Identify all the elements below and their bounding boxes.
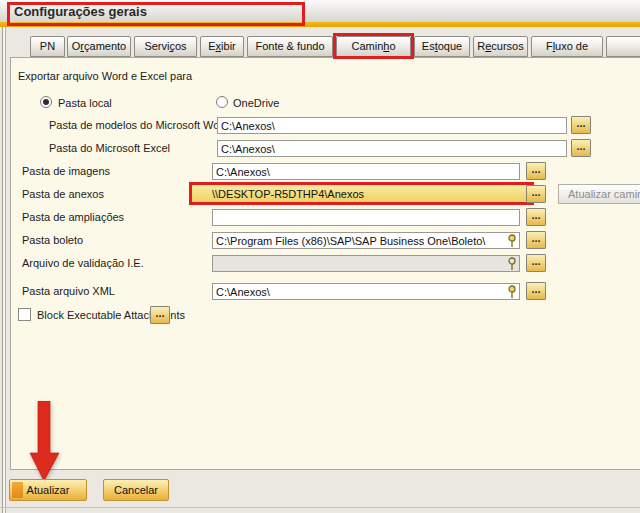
tab-label-post: ibir <box>221 40 236 52</box>
tab-servicos[interactable]: Serviços <box>134 36 197 57</box>
window-bottom-edge <box>0 507 640 508</box>
tab-exibir[interactable]: Exibir <box>200 36 244 57</box>
pasta-excel-browse-button[interactable]: ... <box>571 139 591 157</box>
window-left-edge-inner <box>5 27 6 513</box>
pasta-excel-label: Pasta do Microsoft Excel <box>49 142 170 155</box>
radio-onedrive[interactable] <box>216 96 228 108</box>
pasta-xml-label: Pasta arquivo XML <box>22 285 115 298</box>
link-icon[interactable] <box>507 285 517 299</box>
pasta-anexos-input[interactable] <box>212 188 512 200</box>
arquivo-validacao-browse-button[interactable]: ... <box>526 254 546 272</box>
arquivo-validacao-label: Arquivo de validação I.E. <box>22 257 144 270</box>
pasta-xml-browse-button[interactable]: ... <box>526 282 546 300</box>
pasta-xml-input[interactable] <box>212 283 520 300</box>
tab-label-post: os <box>175 40 187 52</box>
pasta-boleto-label: Pasta boleto <box>22 234 83 247</box>
tab-label-pre: Servi <box>144 40 169 52</box>
tab-label-post: oque <box>438 40 462 52</box>
link-icon[interactable] <box>507 257 517 271</box>
tab-partial[interactable] <box>606 36 640 57</box>
tab-label-pre: Fonte & fundo <box>255 40 324 52</box>
tab-recursos[interactable]: Recursos <box>473 36 528 57</box>
window-left-edge-outer <box>2 27 3 513</box>
tab-label-post: çamento <box>84 40 126 52</box>
annotation-arrow <box>27 401 63 483</box>
radio-pasta-local-label: Pasta local <box>58 97 112 110</box>
block-executable-attachments-browse-button[interactable]: ... <box>150 306 170 324</box>
pasta-excel-input[interactable] <box>217 140 567 157</box>
link-icon[interactable] <box>507 234 517 248</box>
atualizar-button[interactable]: Atualizar <box>9 479 87 501</box>
pasta-ampliacoes-label: Pasta de ampliações <box>22 211 124 224</box>
pasta-anexos-browse-button[interactable]: ... <box>526 185 546 203</box>
pasta-ampliacoes-browse-button[interactable]: ... <box>526 208 546 226</box>
tab-fluxo-de-caixa[interactable]: Fluxo de caixa <box>531 36 603 57</box>
tab-estoque[interactable]: Estoque <box>414 36 470 57</box>
pasta-boleto-input[interactable] <box>212 232 520 249</box>
pasta-modelos-word-input[interactable] <box>217 117 567 134</box>
annotation-box-anexos-field <box>189 182 534 205</box>
pasta-imagens-label: Pasta de imagens <box>22 165 110 178</box>
cancelar-button-label: Cancelar <box>114 484 158 496</box>
pasta-anexos-label: Pasta de anexos <box>22 188 104 201</box>
annotation-box-title <box>7 2 305 26</box>
tab-label-pre: F <box>546 40 553 52</box>
tab-orcamento[interactable]: Orçamento <box>67 36 131 57</box>
tab-label-pre: PN <box>40 40 55 52</box>
tab-label-pre: E <box>208 40 215 52</box>
pasta-ampliacoes-input[interactable] <box>212 209 520 226</box>
tab-label-post: cursos <box>491 40 523 52</box>
pasta-boleto-browse-button[interactable]: ... <box>526 231 546 249</box>
arquivo-validacao-input[interactable] <box>212 255 520 272</box>
pasta-modelos-word-label: Pasta de modelos do Microsoft Word <box>49 119 229 132</box>
atualizar-caminho-button[interactable]: Atualizar camin <box>558 184 640 204</box>
atualizar-button-label: Atualizar <box>27 484 70 496</box>
tab-fonte-fundo[interactable]: Fonte & fundo <box>247 36 333 57</box>
pasta-imagens-browse-button[interactable]: ... <box>526 162 546 180</box>
general-settings-window: Configurações gerais PNOrçamentoServiços… <box>0 0 640 513</box>
annotation-box-caminho-tab <box>333 33 414 59</box>
default-button-accent <box>12 482 23 498</box>
pasta-modelos-word-browse-button[interactable]: ... <box>571 116 591 134</box>
pasta-imagens-input[interactable] <box>212 163 520 180</box>
cancelar-button[interactable]: Cancelar <box>103 479 169 501</box>
tab-label-pre: R <box>477 40 485 52</box>
radio-onedrive-label: OneDrive <box>233 97 279 110</box>
radio-dot <box>43 99 49 105</box>
tab-pn[interactable]: PN <box>30 36 65 57</box>
export-section-heading: Exportar arquivo Word e Excel para <box>18 70 192 83</box>
block-executable-attachments-checkbox[interactable] <box>18 308 31 321</box>
radio-pasta-local[interactable] <box>40 96 52 108</box>
tab-label-pre: Es <box>422 40 435 52</box>
